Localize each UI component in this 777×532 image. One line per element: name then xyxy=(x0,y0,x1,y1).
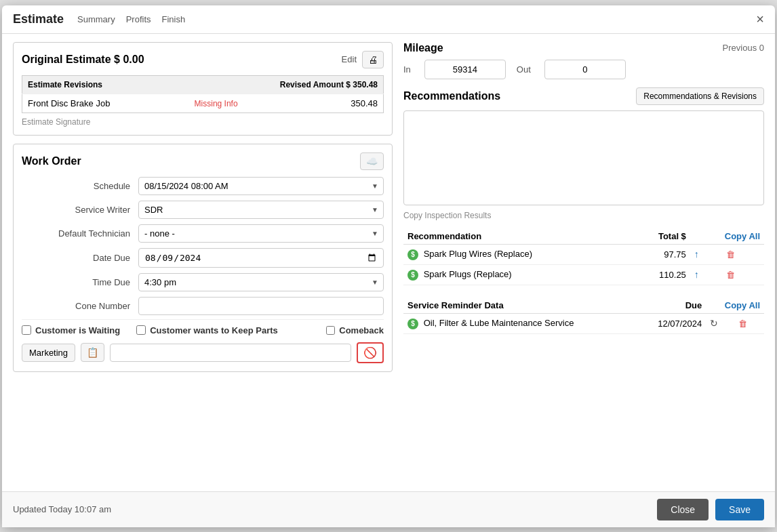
marketing-card-icon: 📋 xyxy=(87,347,98,358)
marketing-text-input[interactable] xyxy=(110,344,351,362)
marketing-icon-button[interactable]: 📋 xyxy=(81,343,104,362)
comeback-item: Comeback xyxy=(326,325,384,335)
recommendations-header: Recommendations Recommendations & Revisi… xyxy=(403,87,764,105)
right-column: Mileage Previous 0 In Out Recommendation… xyxy=(403,42,764,483)
revised-amount-header: Revised Amount $ 350.48 xyxy=(189,75,384,94)
mileage-previous: Previous 0 xyxy=(723,43,764,53)
customer-waiting-checkbox[interactable] xyxy=(22,325,31,335)
mileage-section: Mileage Previous 0 In Out xyxy=(403,42,764,79)
sr-dollar-icon: $ xyxy=(407,319,418,329)
date-due-label: Date Due xyxy=(22,253,130,263)
service-reminder-table: Service Reminder Data Due Copy All $ xyxy=(403,298,764,334)
default-technician-wrapper: - none - ▼ xyxy=(138,224,384,243)
rec-row: $ Spark Plug Wires (Replace) 97.75 ↑ 🗑 xyxy=(403,244,764,264)
original-estimate-title: Original Estimate $ 0.00 xyxy=(22,54,144,66)
tab-finish[interactable]: Finish xyxy=(162,13,186,26)
service-writer-select[interactable]: SDR xyxy=(138,201,384,219)
modal-header: Estimate Summary Profits Finish × xyxy=(2,5,775,34)
work-order-form: Schedule 08/15/2024 08:00 AM ▼ Service W… xyxy=(22,177,384,315)
estimate-signature: Estimate Signature xyxy=(22,117,384,127)
sr-header-copy-all: Copy All xyxy=(706,298,764,314)
keep-parts-item[interactable]: Customer wants to Keep Parts xyxy=(136,325,278,335)
rec-up-icon-2[interactable]: ↑ xyxy=(690,264,722,285)
customer-waiting-label: Customer is Waiting xyxy=(35,325,120,335)
rec-item-name-2: $ Spark Plugs (Replace) xyxy=(403,264,629,285)
comeback-checkbox[interactable] xyxy=(326,326,335,335)
time-due-select[interactable]: 4:30 pm xyxy=(138,273,384,291)
edit-link[interactable]: Edit xyxy=(342,54,357,64)
recommendations-title: Recommendations xyxy=(403,90,500,102)
sr-refresh-icon[interactable]: ↻ xyxy=(706,313,734,333)
keep-parts-checkbox[interactable] xyxy=(136,325,146,335)
rec-header-copy-all: Copy All xyxy=(690,228,764,245)
close-modal-button[interactable]: Close xyxy=(657,499,709,520)
recommendations-section: Recommendations Recommendations & Revisi… xyxy=(403,87,764,483)
revision-status: Missing Info xyxy=(189,94,303,112)
copy-inspection-link[interactable]: Copy Inspection Results xyxy=(403,211,764,220)
time-due-wrapper: 4:30 pm ▼ xyxy=(138,273,384,291)
no-button[interactable]: 🚫 xyxy=(357,342,384,363)
sr-item-due: 12/07/2024 xyxy=(636,313,706,333)
service-reminder-section: Service Reminder Data Due Copy All $ xyxy=(403,295,764,334)
rec-dollar-icon-2: $ xyxy=(407,270,418,281)
modal-title: Estimate xyxy=(13,12,64,26)
recommendations-table: Recommendation Total $ Copy All $ xyxy=(403,228,764,285)
revision-name: Front Disc Brake Job xyxy=(22,94,189,112)
close-icon[interactable]: × xyxy=(756,12,764,26)
rec-dollar-icon-1: $ xyxy=(407,249,418,260)
schedule-select[interactable]: 08/15/2024 08:00 AM xyxy=(138,177,384,195)
revisions-header: Estimate Revisions xyxy=(22,75,189,94)
service-writer-label: Service Writer xyxy=(22,205,130,215)
mileage-header: Mileage Previous 0 xyxy=(403,42,764,54)
tab-summary[interactable]: Summary xyxy=(77,13,115,26)
rec-item-total-2: 110.25 xyxy=(629,264,690,285)
rec-trash-icon-1[interactable]: 🗑 xyxy=(722,244,764,264)
print-button[interactable]: 🖨 xyxy=(362,51,384,68)
mileage-in-input[interactable] xyxy=(424,60,506,79)
cone-number-label: Cone Number xyxy=(22,301,130,311)
schedule-label: Schedule xyxy=(22,181,130,191)
marketing-button[interactable]: Marketing xyxy=(22,344,75,362)
save-button[interactable]: Save xyxy=(715,499,764,520)
work-order-header: Work Order ☁️ xyxy=(22,152,384,170)
marketing-row: Marketing 📋 🚫 xyxy=(22,342,384,363)
mileage-title: Mileage xyxy=(403,42,443,54)
revisions-table: Estimate Revisions Revised Amount $ 350.… xyxy=(22,75,384,113)
mileage-inputs: In Out xyxy=(403,60,764,79)
sr-item-name: $ Oil, Filter & Lube Maintenance Service xyxy=(403,313,636,333)
rec-trash-icon-2[interactable]: 🗑 xyxy=(722,264,764,285)
rec-header-recommendation: Recommendation xyxy=(403,228,629,245)
sr-copy-all-link[interactable]: Copy All xyxy=(725,300,760,310)
mileage-out-input[interactable] xyxy=(544,60,626,79)
cloud-icon: ☁️ xyxy=(366,156,378,167)
print-icon: 🖨 xyxy=(368,54,378,65)
recommendations-revisions-button[interactable]: Recommendations & Revisions xyxy=(636,87,764,105)
date-due-input[interactable] xyxy=(138,248,384,268)
tab-profits[interactable]: Profits xyxy=(126,13,151,26)
keep-parts-label: Customer wants to Keep Parts xyxy=(150,325,278,335)
rec-item-total-1: 97.75 xyxy=(629,244,690,264)
sr-header-label: Service Reminder Data xyxy=(403,298,636,314)
cone-number-input[interactable] xyxy=(138,297,384,315)
modal-footer: Updated Today 10:07 am Close Save xyxy=(2,491,775,527)
default-technician-select[interactable]: - none - xyxy=(138,224,384,243)
rec-up-icon-1[interactable]: ↑ xyxy=(690,244,722,264)
recommendations-textarea[interactable] xyxy=(403,110,764,205)
rec-item-name: $ Spark Plug Wires (Replace) xyxy=(403,244,629,264)
modal-body: Original Estimate $ 0.00 Edit 🖨 Estimate… xyxy=(2,34,775,491)
schedule-wrapper: 08/15/2024 08:00 AM ▼ xyxy=(138,177,384,195)
rec-row-2: $ Spark Plugs (Replace) 110.25 ↑ 🗑 xyxy=(403,264,764,285)
no-icon: 🚫 xyxy=(363,347,377,359)
nav-tabs: Summary Profits Finish xyxy=(77,13,185,26)
original-estimate-header: Original Estimate $ 0.00 Edit 🖨 xyxy=(22,51,384,68)
original-estimate-card: Original Estimate $ 0.00 Edit 🖨 Estimate… xyxy=(13,42,393,136)
rec-copy-all-link[interactable]: Copy All xyxy=(725,231,760,241)
header-actions: Edit 🖨 xyxy=(342,51,384,68)
cloud-button[interactable]: ☁️ xyxy=(360,152,384,170)
customer-waiting-item[interactable]: Customer is Waiting xyxy=(22,325,120,335)
default-technician-label: Default Technician xyxy=(22,228,130,239)
comeback-label: Comeback xyxy=(339,325,384,335)
sr-trash-icon[interactable]: 🗑 xyxy=(734,313,764,333)
updated-text: Updated Today 10:07 am xyxy=(13,504,111,514)
revision-row: Front Disc Brake Job Missing Info 350.48 xyxy=(22,94,384,112)
